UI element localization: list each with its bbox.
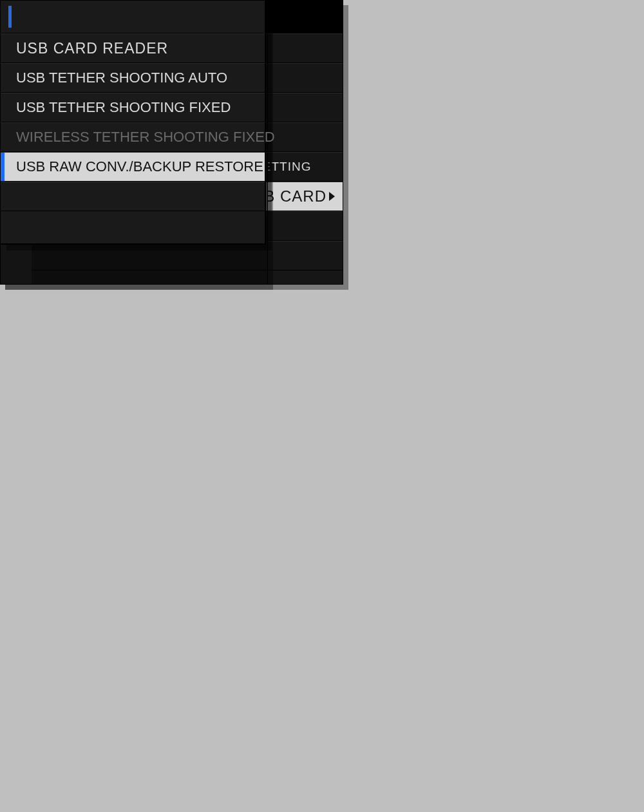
option-usb-tether-auto[interactable]: USB TETHER SHOOTING AUTO	[1, 63, 265, 93]
option-usb-tether-fixed[interactable]: USB TETHER SHOOTING FIXED	[1, 93, 265, 122]
popup-header-bar	[1, 1, 265, 33]
pc-connection-mode-popup: USB CARD READER USB TETHER SHOOTING AUTO…	[0, 0, 265, 244]
chevron-right-icon	[329, 192, 335, 201]
option-usb-card-reader[interactable]: USB CARD READER	[1, 33, 265, 63]
option-usb-raw-conv-backup[interactable]: USB RAW CONV./BACKUP RESTORE	[1, 152, 265, 182]
option-wireless-tether-fixed: WIRELESS TETHER SHOOTING FIXED	[1, 122, 265, 152]
